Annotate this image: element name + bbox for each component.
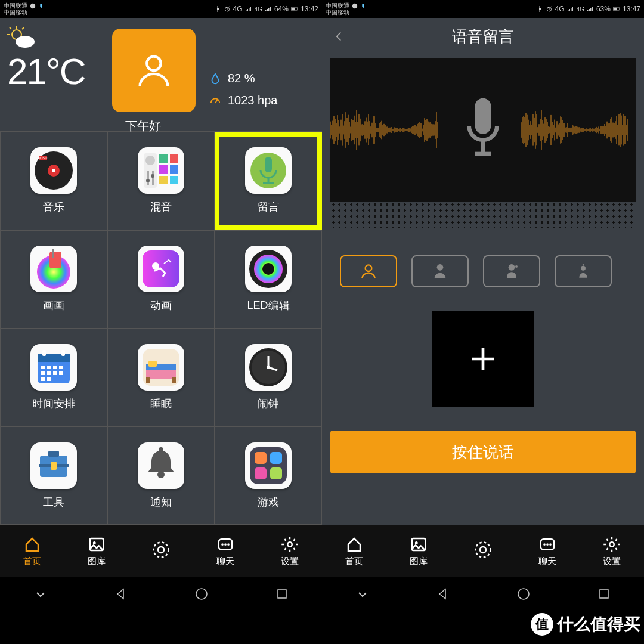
svg-point-353 [509,264,515,271]
svg-point-13 [147,57,160,70]
nav-down-icon[interactable] [33,587,48,601]
svg-rect-30 [159,176,168,184]
app-mic[interactable]: 留言 [215,132,322,230]
home-icon [345,535,363,553]
paint-icon [30,246,77,292]
bluetooth-icon [536,5,543,13]
chat-icon [216,535,234,553]
svg-point-17 [52,169,55,172]
nav-down-icon[interactable] [355,587,370,601]
nav-home-icon[interactable] [516,587,531,601]
svg-point-86 [224,543,227,546]
settings-icon [603,535,621,553]
svg-rect-26 [159,154,168,163]
svg-rect-54 [53,371,57,375]
battery-pct: 64% [274,5,289,13]
svg-point-360 [415,541,418,544]
svg-point-81 [93,541,96,544]
app-mixer[interactable]: 混音 [107,132,215,230]
svg-rect-37 [49,252,61,268]
battery-icon [291,5,298,13]
game-icon [245,442,292,489]
profile-child[interactable] [555,255,612,287]
svg-rect-348 [475,98,491,134]
svg-rect-50 [53,366,57,369]
signal-icon [265,5,272,13]
svg-rect-33 [265,157,272,172]
child-icon [574,262,593,281]
tab-chat[interactable]: 聊天 [515,525,580,577]
droplet-icon [209,72,222,85]
nav-recent-icon[interactable] [275,587,289,601]
svg-point-12 [16,36,35,48]
page-title: 语音留言 [452,26,514,47]
tab-chat[interactable]: 聊天 [193,525,258,577]
app-music[interactable]: MUSIC音乐 [0,132,107,230]
svg-point-368 [518,589,529,599]
svg-point-68 [267,366,270,369]
svg-rect-75 [250,447,287,484]
app-clock[interactable]: 闹钟 [215,329,322,427]
home-header: 21°C 下午好 82 % 1023 hpa [0,18,322,131]
tab-settings[interactable]: 设置 [258,525,322,577]
tab-home[interactable]: 首页 [322,525,386,577]
tab-home[interactable]: 首页 [0,525,64,577]
nav-back-icon[interactable] [436,587,450,601]
speaker-grille [330,202,636,228]
alarm-icon [224,5,231,13]
back-icon[interactable] [333,27,345,46]
svg-rect-78 [255,467,267,479]
profile-self[interactable] [340,255,397,287]
svg-point-85 [221,543,224,546]
man-icon [431,262,450,281]
avatar-button[interactable] [112,29,196,112]
app-label: 动画 [150,298,172,312]
svg-point-83 [158,547,164,553]
app-paint[interactable]: 画画 [0,230,107,329]
app-bell[interactable]: 通知 [107,426,215,525]
tab-gallery[interactable]: 图库 [386,525,451,577]
svg-rect-27 [170,154,178,163]
svg-rect-6 [298,8,298,10]
person-icon [359,262,378,281]
mic-icon [245,147,292,194]
svg-point-24 [146,179,150,182]
app-tools[interactable]: 工具 [0,426,107,525]
svg-rect-53 [47,371,51,375]
hold-to-talk-button[interactable]: 按住说话 [330,431,636,473]
profile-man[interactable] [411,255,469,287]
svg-point-74 [159,447,163,452]
tab-brightness[interactable] [451,525,515,577]
bluetooth-icon [214,5,221,13]
gallery-icon [88,535,106,553]
nav-recent-icon[interactable] [597,587,611,601]
svg-point-367 [609,542,614,547]
woman-icon [502,262,521,281]
tab-settings[interactable]: 设置 [580,525,644,577]
svg-rect-51 [59,366,63,369]
music-icon: MUSIC [30,147,77,194]
svg-rect-38 [52,249,54,258]
app-label: 画画 [43,298,64,312]
add-recording-button[interactable] [432,311,534,407]
app-game[interactable]: 游戏 [215,426,322,525]
app-anim[interactable]: 动画 [107,230,215,329]
svg-point-87 [227,543,230,546]
svg-rect-29 [170,165,178,174]
svg-rect-61 [148,361,157,367]
carrier1: 中国联通 [4,2,27,9]
tab-brightness[interactable] [129,525,193,577]
svg-text:MUSIC: MUSIC [38,156,48,160]
app-led[interactable]: LED编辑 [215,230,322,329]
svg-rect-2 [41,7,42,8]
nav-back-icon[interactable] [114,587,128,601]
tab-gallery[interactable]: 图库 [64,525,129,577]
app-sleep[interactable]: 睡眠 [107,329,215,427]
app-calendar[interactable]: 时间安排 [0,329,107,427]
watermark-badge: 值 [531,613,553,636]
nav-home-icon[interactable] [194,587,209,601]
svg-point-351 [366,265,372,271]
profile-woman[interactable] [483,255,540,287]
tools-icon [30,442,77,489]
svg-rect-5 [291,8,295,10]
